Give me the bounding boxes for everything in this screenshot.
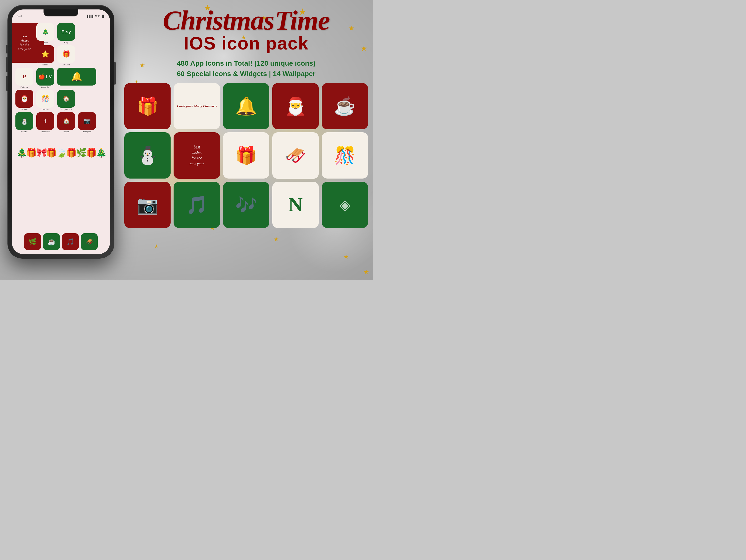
showcase-icon-camera: 📷 (124, 182, 171, 228)
netflix-n-icon: N (288, 193, 303, 216)
dock-icon-1: 🌿 (24, 233, 41, 250)
app-icon-facebook: f (36, 112, 54, 130)
app-label-weather: Weather (21, 108, 28, 111)
desc-line-1: 480 App Icons in Total! (120 unique icon… (124, 58, 368, 68)
app-label-netflix: Netflix (42, 64, 48, 66)
app-icon-snowman: ⛄ (16, 112, 33, 130)
spotify-icon: 🎶 (235, 195, 257, 215)
app-label-facebook: Facebook (41, 131, 50, 133)
title-ios: IOS icon pack (124, 34, 368, 53)
showcase-icon-bell-green: 🔔 (223, 83, 269, 129)
app-label-snowman: Weather (21, 131, 28, 133)
app-label-widgetsmith: Widgetsmith (61, 108, 71, 111)
app-weather: 🎅 Weather (15, 90, 34, 111)
app-pinterest: P Pinterest (15, 67, 34, 88)
ornament-icon: 🎊 (334, 145, 355, 166)
showcase-icon-sleigh: 🛷 (272, 132, 319, 178)
showcase-icon-spotify: 🎶 (223, 182, 269, 228)
app-row-1b: 🎄 Twitter Etsy Etsy (36, 23, 76, 44)
app-label-etsy: Etsy (64, 41, 68, 44)
app-row-5: ⛄ Weather f Facebook 🏠 Home 📷 Instagram (15, 112, 107, 133)
app-netflix: ⭐ Netflix (36, 45, 55, 66)
dock-icon-2: ☕ (43, 233, 60, 250)
signal-icon: ▌▌▌▌ (87, 15, 94, 18)
layers-icon: ◈ (339, 196, 351, 214)
gift-icon: 🎁 (137, 96, 159, 116)
showcase-icon-gift-cream: 🎁 (223, 132, 269, 178)
app-icon-amazon: 🎁 (57, 45, 75, 63)
camera-icon: 📷 (137, 195, 159, 215)
app-best-wishes: bestwishesfor thenew year (15, 23, 34, 66)
mug-icon: ☕ (334, 96, 355, 116)
gifts-emojis: 🎄🎁🎀🎁🍃🎁🌿🎁🎄 (16, 147, 106, 158)
side-btn-mute (6, 45, 7, 53)
app-amazon: 🎁 Amazon (57, 45, 76, 66)
showcase-icon-mug: ☕ (322, 83, 368, 129)
description-section: 480 App Icons in Total! (120 unique icon… (124, 58, 368, 79)
app-icon-home: 🏠 (57, 112, 75, 130)
app-row-3: P Pinterest 🍎TV Apple TV 🔔 (15, 67, 107, 88)
christmas-gifts-decoration: 🎄🎁🎀🎁🍃🎁🌿🎁🎄 (15, 136, 107, 158)
app-bell-widget: 🔔 (57, 67, 96, 88)
right-content: Christmas Time IOS icon pack 480 App Ico… (124, 7, 368, 275)
app-label-home: Home (63, 131, 69, 133)
wifi-icon: WiFi (95, 15, 100, 18)
showcase-icon-shazam: 🎵 (174, 182, 220, 228)
showcase-icon-netflix: N (272, 182, 319, 228)
app-row-1c: ⭐ Netflix 🎁 Amazon (36, 45, 76, 66)
app-row-4: 🎅 Weather 🎊 Chrome 🏠 Widgetsmith (15, 90, 107, 111)
showcase-icon-ornament: 🎊 (322, 132, 368, 178)
app-icon-netflix: ⭐ (36, 45, 54, 63)
gift-cream-icon: 🎁 (235, 145, 257, 166)
title-time: Time (275, 5, 329, 35)
app-widgetsmith: 🏠 Widgetsmith (57, 90, 76, 111)
phone-dock: 🌿 ☕ 🎵 🛷 (15, 232, 107, 252)
phone-body: 9:41 ▌▌▌▌ WiFi ▐▌ bestwishesfor thenew y… (7, 5, 114, 259)
showcase-icon-tree-wish: I wish you a Merry Christmas (174, 83, 220, 129)
side-btn-vol-down (6, 76, 7, 91)
phone-mockup: 9:41 ▌▌▌▌ WiFi ▐▌ bestwishesfor thenew y… (7, 5, 114, 266)
desc-line-2: 60 Special Icons & Widgets | 14 Wallpape… (124, 68, 368, 79)
app-icon-chrome: 🎊 (36, 90, 54, 108)
app-label-chrome: Chrome (42, 108, 49, 111)
showcase-icon-layers: ◈ (322, 182, 368, 228)
title-section: Christmas Time IOS icon pack (124, 7, 368, 53)
app-icon-apple-tv: 🍎TV (36, 67, 54, 86)
showcase-icon-gift-red: 🎁 (124, 83, 171, 129)
side-btn-vol-up (6, 57, 7, 72)
status-icons: ▌▌▌▌ WiFi ▐▌ (87, 15, 105, 18)
dock-icon-4: 🛷 (81, 233, 98, 250)
app-instagram: 📷 Instagram (78, 112, 96, 133)
icon-showcase-grid: 🎁 I wish you a Merry Christmas 🔔 🎅 ☕ ⛄ b… (124, 83, 368, 228)
status-time: 9:41 (17, 15, 22, 18)
side-btn-power (114, 62, 116, 85)
sleigh-icon: 🛷 (285, 145, 306, 166)
wish-text: I wish you a Merry Christmas (177, 104, 217, 108)
phone-notch (44, 9, 78, 17)
app-icon-widgetsmith: 🏠 (57, 90, 75, 108)
shazam-icon: 🎵 (186, 195, 208, 215)
battery-icon: ▐▌ (102, 15, 105, 18)
bell-icon-large: 🔔 (235, 96, 257, 116)
app-facebook: f Facebook (36, 112, 55, 133)
phone-screen-area: 9:41 ▌▌▌▌ WiFi ▐▌ bestwishesfor thenew y… (12, 9, 110, 254)
app-apple-tv: 🍎TV Apple TV (36, 67, 55, 88)
app-etsy: Etsy Etsy (57, 23, 76, 44)
phone-home-screen: bestwishesfor thenew year 🎄 Twitter Etsy… (12, 20, 110, 254)
app-icon-etsy: Etsy (57, 23, 75, 41)
app-label-pinterest: Pinterest (20, 86, 28, 88)
app-icon-weather: 🎅 (16, 90, 33, 108)
snowman-icon: ⛄ (137, 145, 159, 166)
showcase-icon-santa-hat: 🎅 (272, 83, 319, 129)
app-label-instagram: Instagram (83, 131, 91, 133)
app-row-1: bestwishesfor thenew year 🎄 Twitter Etsy… (15, 23, 107, 66)
app-icon-twitter: 🎄 (36, 23, 54, 41)
title-christmas: Christmas (163, 5, 274, 35)
app-icon-bell: 🔔 (57, 67, 96, 86)
app-label-apple-tv: Apple TV (41, 86, 50, 88)
app-snowman: ⛄ Weather (15, 112, 34, 133)
app-icon-pinterest: P (16, 67, 33, 86)
santa-hat-icon: 🎅 (285, 96, 306, 116)
showcase-icon-snowman: ⛄ (124, 132, 171, 178)
dock-icon-3: 🎵 (62, 233, 79, 250)
